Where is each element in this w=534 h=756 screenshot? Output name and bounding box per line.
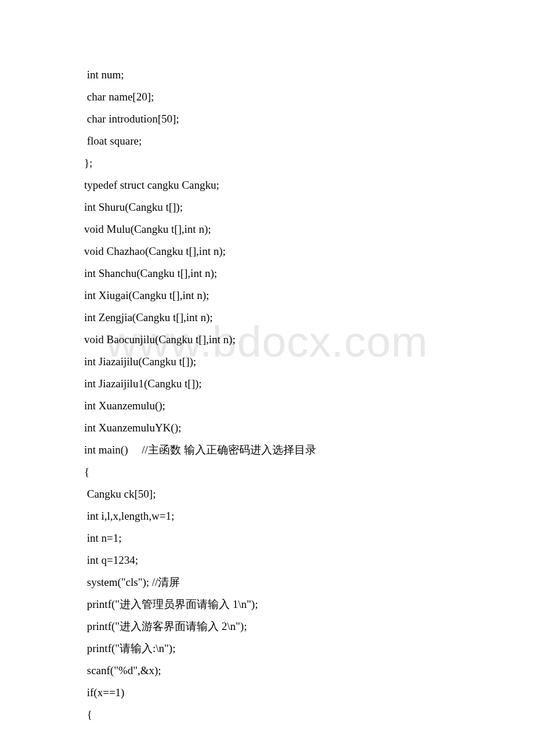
code-line: }; bbox=[84, 152, 447, 174]
code-line: int n=1; bbox=[84, 527, 447, 549]
code-line: int XuanzemuluYK(); bbox=[84, 417, 447, 439]
code-line: int num; bbox=[84, 64, 447, 86]
code-line: void Mulu(Cangku t[],int n); bbox=[84, 218, 447, 240]
code-line: char introdution[50]; bbox=[84, 108, 447, 130]
code-line: void Chazhao(Cangku t[],int n); bbox=[84, 240, 447, 262]
code-line: { bbox=[84, 704, 447, 726]
code-line: int Xuanzemulu(); bbox=[84, 395, 447, 417]
code-line: int Xiugai(Cangku t[],int n); bbox=[84, 285, 447, 307]
code-line: int Zengjia(Cangku t[],int n); bbox=[84, 307, 447, 329]
code-line: printf("进入游客界面请输入 2\n"); bbox=[84, 615, 447, 638]
code-line: int Jiazaijilu1(Cangku t[]); bbox=[84, 373, 447, 395]
code-line: int Shanchu(Cangku t[],int n); bbox=[84, 262, 447, 285]
code-line: int Shuru(Cangku t[]); bbox=[84, 196, 447, 218]
code-line: printf("请输入:\n"); bbox=[84, 638, 447, 660]
code-line: if(x==1) bbox=[84, 682, 447, 704]
code-line: scanf("%d",&x); bbox=[84, 660, 447, 682]
code-line: typedef struct cangku Cangku; bbox=[84, 174, 447, 196]
code-line: system("cls"); //清屏 bbox=[84, 571, 447, 593]
code-line: int q=1234; bbox=[84, 549, 447, 571]
code-line: float square; bbox=[84, 130, 447, 152]
code-line: char name[20]; bbox=[84, 86, 447, 108]
code-line: Cangku ck[50]; bbox=[84, 483, 447, 505]
code-line: int main() //主函数 输入正确密码进入选择目录 bbox=[84, 439, 447, 461]
document-content: int num; char name[20]; char introdution… bbox=[0, 0, 534, 726]
code-line: int i,l,x,length,w=1; bbox=[84, 505, 447, 527]
code-line: { bbox=[84, 461, 447, 483]
code-line: int Jiazaijilu(Cangku t[]); bbox=[84, 351, 447, 373]
code-line: void Baocunjilu(Cangku t[],int n); bbox=[84, 329, 447, 351]
code-line: printf("进入管理员界面请输入 1\n"); bbox=[84, 593, 447, 615]
